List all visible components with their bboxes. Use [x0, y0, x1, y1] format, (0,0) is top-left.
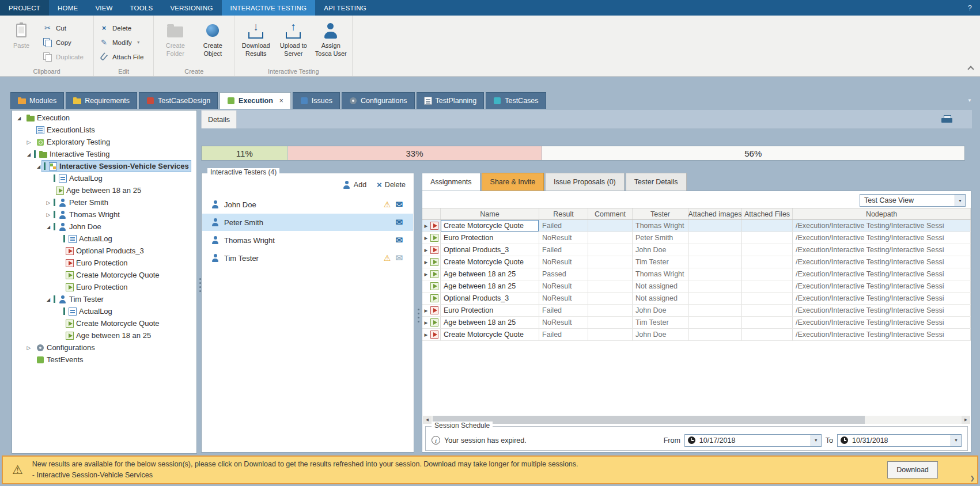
scroll-right-button[interactable]	[962, 416, 970, 424]
table-row[interactable]: Age between 18 an 25 Passed Thomas Wrigh…	[422, 268, 971, 280]
tab-execution[interactable]: Execution	[220, 92, 291, 109]
row-expander-icon[interactable]	[423, 308, 429, 313]
tree-item[interactable]: Euro Protection	[12, 281, 196, 293]
expander-icon[interactable]	[35, 164, 42, 169]
duplicate-button[interactable]: Duplicate	[41, 51, 89, 62]
table-row[interactable]: Euro Protection Failed John Doe /Executi…	[422, 305, 971, 317]
table-row[interactable]: Create Motorcycle Quote Failed John Doe …	[422, 329, 971, 341]
row-expander-icon[interactable]	[423, 260, 429, 265]
tree-item[interactable]: Optional Products_3	[12, 245, 196, 257]
tree-item[interactable]: ActualLog	[12, 172, 196, 184]
tree-item[interactable]: Exploratory Testing	[12, 136, 196, 148]
tree-item[interactable]: Create Motorcycle Quote	[12, 317, 196, 329]
attach-file-button[interactable]: Attach File	[98, 51, 149, 62]
tab-testcases[interactable]: TestCases	[486, 92, 546, 109]
row-expander-icon[interactable]	[423, 223, 429, 229]
panel-splitter[interactable]	[416, 173, 420, 453]
table-row-selected[interactable]: Create Motorcycle Quote Failed Thomas Wr…	[422, 220, 971, 232]
menu-item-interactive-testing[interactable]: INTERACTIVE TESTING	[222, 0, 316, 16]
horizontal-scrollbar[interactable]	[423, 416, 970, 424]
tree-item[interactable]: TestEvents	[12, 354, 196, 366]
tree-item[interactable]: Create Motorcycle Quote	[12, 269, 196, 281]
scroll-thumb[interactable]	[433, 416, 865, 424]
chevron-down-icon[interactable]	[951, 435, 961, 446]
tab-configurations[interactable]: Configurations	[342, 92, 415, 109]
tree-item[interactable]: Thomas Wright	[12, 208, 196, 221]
create-object-button[interactable]: Create Object	[195, 18, 230, 67]
tab-testplanning[interactable]: TestPlanning	[417, 92, 485, 109]
expander-icon[interactable]	[25, 139, 32, 145]
row-expander-icon[interactable]	[423, 272, 429, 277]
mail-icon[interactable]	[395, 253, 403, 263]
chevron-down-icon[interactable]	[955, 195, 965, 206]
column-header-name[interactable]: Name	[441, 208, 539, 219]
ribbon-collapse-button[interactable]	[968, 65, 973, 70]
modify-button[interactable]: ✎ Modify ▼	[98, 37, 149, 48]
tab-testcasedesign[interactable]: TestCaseDesign	[139, 92, 218, 109]
download-results-button[interactable]: Download Results	[239, 18, 273, 67]
tab-requirements[interactable]: Requirements	[66, 92, 137, 109]
scroll-left-button[interactable]	[423, 416, 432, 424]
menu-item-home[interactable]: HOME	[49, 0, 86, 16]
row-expander-icon[interactable]	[423, 332, 429, 337]
column-header-result[interactable]: Result	[539, 208, 588, 219]
print-button[interactable]	[941, 115, 952, 124]
menu-item-view[interactable]: VIEW	[86, 0, 121, 16]
menu-item-api-testing[interactable]: API TESTING	[315, 0, 375, 16]
tab-tester-details[interactable]: Tester Details	[626, 173, 687, 191]
expander-icon[interactable]	[25, 345, 32, 351]
tree-item[interactable]: Euro Protection	[12, 257, 196, 269]
from-date-picker[interactable]: 10/17/2018	[684, 434, 822, 447]
mail-icon[interactable]	[395, 199, 403, 210]
tab-share-invite[interactable]: Share & Invite	[482, 173, 544, 191]
table-row[interactable]: Age between 18 an 25 NoResult Not assign…	[422, 280, 971, 293]
table-row[interactable]: Euro Protection NoResult Peter Smith /Ex…	[422, 232, 971, 244]
table-row[interactable]: Optional Products_3 Failed John Doe /Exe…	[422, 244, 971, 256]
tree-item[interactable]: ExecutionLists	[12, 124, 196, 136]
tab-details[interactable]: Details	[201, 110, 237, 128]
column-header-attached-images[interactable]: Attached images	[688, 208, 742, 219]
tree-item[interactable]: ActualLog	[12, 305, 196, 317]
column-header-tester[interactable]: Tester	[633, 208, 688, 219]
view-selector[interactable]: Test Case View	[860, 194, 966, 207]
tester-row-selected[interactable]: Peter Smith	[202, 214, 413, 231]
assign-tosca-user-button[interactable]: Assign Tosca User	[313, 18, 348, 67]
chevron-right-icon[interactable]	[970, 474, 975, 481]
tree-item[interactable]: Configurations	[12, 341, 196, 354]
delete-tester-button[interactable]: Delete	[377, 180, 406, 189]
tester-row[interactable]: Tim Tester	[202, 249, 413, 267]
tester-row[interactable]: Thomas Wright	[202, 231, 413, 249]
tab-issue-proposals[interactable]: Issue Proposals (0)	[545, 173, 625, 191]
column-header-nodepath[interactable]: Nodepath	[793, 208, 971, 219]
help-button[interactable]: ?	[960, 0, 980, 16]
tab-list-dropdown[interactable]	[967, 98, 972, 103]
expander-icon[interactable]	[45, 297, 52, 302]
row-expander-icon[interactable]	[423, 248, 429, 253]
to-date-picker[interactable]: 10/31/2018	[837, 434, 962, 447]
expander-icon[interactable]	[25, 151, 32, 157]
tree-item-selected[interactable]: Interactive Session-Vehicle Services	[12, 160, 196, 172]
tab-issues[interactable]: Issues	[293, 92, 340, 109]
tree-item[interactable]: Execution	[12, 112, 196, 124]
copy-button[interactable]: Copy	[41, 37, 89, 48]
table-row[interactable]: Optional Products_3 NoResult Not assigne…	[422, 293, 971, 305]
download-button[interactable]: Download	[887, 461, 938, 479]
delete-button[interactable]: × Delete	[98, 22, 149, 33]
create-folder-button[interactable]: Create Folder	[158, 18, 192, 67]
tree-item[interactable]: Peter Smith	[12, 196, 196, 208]
table-row[interactable]: Age between 18 an 25 NoResult Tim Tester…	[422, 317, 971, 329]
column-header-comment[interactable]: Comment	[588, 208, 633, 219]
row-expander-icon[interactable]	[423, 320, 429, 325]
mail-icon[interactable]	[395, 217, 403, 227]
tree-item[interactable]: John Doe	[12, 221, 196, 233]
menu-item-versioning[interactable]: VERSIONING	[161, 0, 221, 16]
paste-button[interactable]: Paste	[4, 18, 39, 67]
tree-item[interactable]: Interactive Testing	[12, 148, 196, 160]
expander-icon[interactable]	[45, 212, 52, 218]
tester-row[interactable]: John Doe	[202, 196, 413, 213]
tree-item[interactable]: Age between 18 an 25	[12, 184, 196, 196]
expander-icon[interactable]	[45, 200, 52, 206]
close-icon[interactable]	[279, 97, 283, 105]
menu-item-project[interactable]: PROJECT	[0, 0, 49, 16]
menu-item-tools[interactable]: TOOLS	[122, 0, 162, 16]
